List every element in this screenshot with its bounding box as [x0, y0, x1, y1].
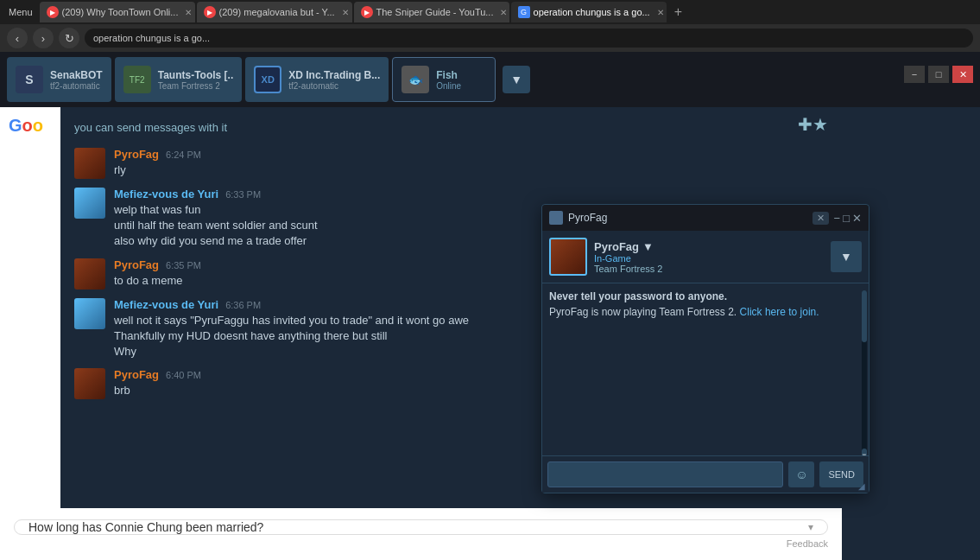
google-favicon: G [518, 6, 530, 18]
msg-header-1: PyroFag 6:24 PM [114, 148, 828, 161]
tab-megalovania-label: (209) megalovania but - Y... [219, 7, 335, 17]
xd-sub: tf2-automatic [288, 81, 380, 91]
fish-text: Fish Online [436, 69, 461, 91]
tab-close-sniper[interactable]: ✕ [500, 8, 507, 17]
fish-sub: Online [436, 81, 461, 91]
google-g-letter: G [9, 116, 22, 135]
new-tab-btn[interactable]: + [668, 2, 689, 22]
steam-taskbar: S SenakBOT tf2-automatic TF2 Taunts-Tool… [0, 52, 980, 107]
popup-title-text: PyroFag [568, 212, 807, 224]
popup-username: PyroFag ▼ [594, 240, 824, 253]
username-2: Mefiez-vous de Yuri [114, 188, 218, 200]
google-search-dropdown-icon[interactable]: ▾ [808, 521, 813, 533]
steam-tab-senakbot[interactable]: S SenakBOT tf2-automatic [7, 57, 111, 102]
steam-tab-fish[interactable]: 🐟 Fish Online [392, 57, 496, 102]
tab-megalovania[interactable]: ▶ (209) megalovania but - Y... ✕ [197, 2, 352, 22]
msg-header-2: Mefiez-vous de Yuri 6:33 PM [114, 188, 828, 200]
chat-text-1: rly [114, 162, 828, 178]
tab-bar: Menu ▶ (209) Why ToonTown Onli... ✕ ▶ (2… [0, 0, 980, 24]
popup-tab-close-btn[interactable]: ✕ [812, 212, 829, 225]
xd-text: XD Inc.Trading B... tf2-automatic [288, 69, 380, 91]
google-o1-letter: o [22, 116, 33, 135]
google-logo: Goo [0, 107, 60, 144]
browser-chrome: Menu ▶ (209) Why ToonTown Onli... ✕ ▶ (2… [0, 0, 980, 52]
google-search-box[interactable]: How long has Connie Chung been married? … [14, 519, 828, 535]
popup-emoji-btn[interactable]: ☺ [788, 461, 814, 487]
popup-resize-handle[interactable]: ◢ [858, 481, 865, 491]
timestamp-4: 6:36 PM [225, 300, 261, 310]
steam-tab-taunts[interactable]: TF2 Taunts-Tools [.. Team Fortress 2 [115, 57, 243, 102]
fish-name: Fish [436, 69, 461, 81]
msg-body-1: PyroFag 6:24 PM rly [114, 148, 828, 178]
tab-operation-label: operation chungus is a go... [534, 7, 650, 17]
taskbar-dropdown-btn[interactable]: ▼ [503, 66, 530, 93]
popup-game-msg: PyroFag is now playing Team Fortress 2. … [549, 306, 862, 318]
popup-window-controls: − □ ✕ [834, 212, 862, 225]
minimize-btn[interactable]: − [904, 66, 925, 83]
mefiez-avatar-2 [74, 298, 105, 329]
xd-icon: XD [254, 66, 281, 93]
address-bar[interactable]: operation chungus is a go... [85, 29, 973, 48]
popup-title-icon [549, 211, 563, 225]
google-o2-letter: o [33, 116, 43, 135]
refresh-btn[interactable]: ↻ [59, 28, 79, 48]
popup-options-btn[interactable]: ▼ [831, 241, 862, 272]
menu-tab[interactable]: Menu [3, 0, 38, 24]
popup-send-btn[interactable]: SEND [819, 461, 863, 487]
popup-status: In-Game [594, 253, 824, 264]
tab-sniper-label: The Sniper Guide - YouTu... [376, 7, 494, 17]
popup-user-info: PyroFag ▼ In-Game Team Fortress 2 [594, 240, 824, 274]
tab-close-toontown[interactable]: ✕ [185, 8, 192, 17]
timestamp-5: 6:40 PM [166, 370, 201, 380]
popup-titlebar: PyroFag ✕ − □ ✕ [542, 205, 869, 231]
google-logo-area: Goo [0, 107, 60, 560]
popup-username-dropdown[interactable]: ▼ [642, 240, 654, 253]
tab-sniper[interactable]: ▶ The Sniper Guide - YouTu... ✕ [354, 2, 509, 22]
senakbot-text: SenakBOT tf2-automatic [50, 69, 103, 91]
chat-message-1: PyroFag 6:24 PM rly [74, 148, 828, 179]
yt-favicon: ▶ [47, 6, 59, 18]
popup-security-text: Never tell your password to anyone. [549, 290, 727, 302]
popup-minimize-btn[interactable]: − [834, 212, 841, 225]
timestamp-2: 6:33 PM [225, 189, 261, 200]
steam-tab-xd[interactable]: XD XD Inc.Trading B... tf2-automatic [245, 57, 389, 102]
timestamp-3: 6:35 PM [166, 260, 201, 270]
popup-maximize-btn[interactable]: □ [843, 212, 850, 225]
feedback-text[interactable]: Feedback [14, 538, 828, 549]
popup-user-section: PyroFag ▼ In-Game Team Fortress 2 ▼ [542, 231, 869, 283]
popup-messages: Never tell your password to anyone. Pyro… [542, 283, 869, 455]
add-chat-btn[interactable]: ✚★ [798, 114, 828, 135]
maximize-btn[interactable]: □ [928, 66, 949, 83]
forward-btn[interactable]: › [33, 28, 54, 48]
username-4: Mefiez-vous de Yuri [114, 298, 218, 311]
yt-favicon2: ▶ [204, 6, 216, 18]
tab-toontown[interactable]: ▶ (209) Why ToonTown Onli... ✕ [40, 2, 195, 22]
taunts-sub: Team Fortress 2 [158, 81, 234, 91]
popup-game: Team Fortress 2 [594, 264, 824, 274]
pyrofag-avatar-2 [74, 258, 105, 290]
popup-join-link[interactable]: Click here to join. [740, 306, 819, 318]
address-text: operation chungus is a go... [93, 33, 210, 43]
yt-favicon3: ▶ [361, 6, 373, 18]
popup-playing-text: PyroFag is now playing Team Fortress 2. [549, 306, 737, 318]
close-btn[interactable]: ✕ [952, 66, 973, 83]
popup-avatar [549, 238, 587, 276]
popup-message-input[interactable] [547, 461, 783, 487]
google-search-bar: How long has Connie Chung been married? … [0, 508, 842, 560]
tab-close-megalovania[interactable]: ✕ [342, 8, 349, 17]
pyrofag-avatar-1 [74, 148, 105, 179]
username-3: PyroFag [114, 258, 159, 271]
senakbot-name: SenakBOT [50, 69, 103, 81]
steam-chat-popup: PyroFag ✕ − □ ✕ PyroFag ▼ In-Game Team F… [541, 204, 869, 493]
popup-input-section: ☺ SEND [542, 455, 869, 493]
chat-info-message: you can send messages with it [74, 116, 828, 139]
username-1: PyroFag [114, 148, 159, 161]
taunts-icon: TF2 [123, 66, 151, 93]
mefiez-avatar-1 [74, 188, 105, 219]
back-btn[interactable]: ‹ [7, 28, 28, 48]
xd-name: XD Inc.Trading B... [288, 69, 380, 81]
tab-operation[interactable]: G operation chungus is a go... ✕ [511, 2, 667, 22]
tab-toontown-label: (209) Why ToonTown Onli... [62, 7, 179, 17]
tab-close-operation[interactable]: ✕ [657, 8, 664, 17]
popup-close-btn[interactable]: ✕ [852, 212, 862, 225]
